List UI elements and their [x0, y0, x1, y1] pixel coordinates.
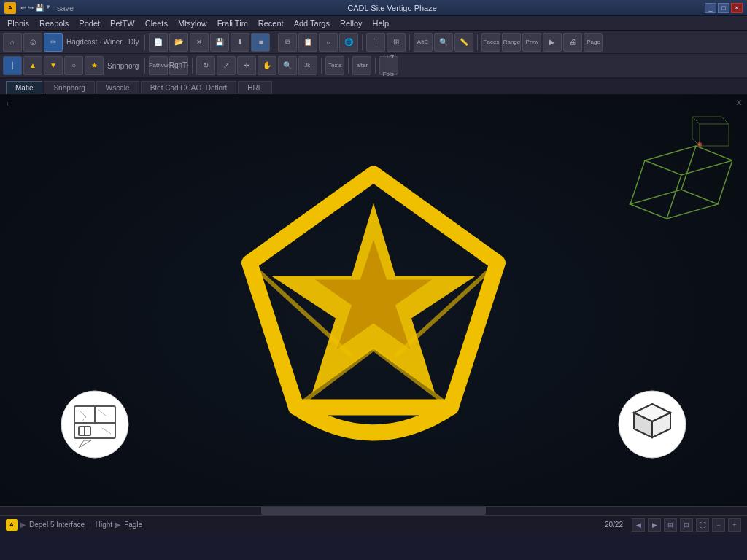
- prev-view-button[interactable]: ◀: [632, 518, 645, 532]
- snap-button[interactable]: ◎: [23, 33, 42, 52]
- solid-button[interactable]: ■: [251, 33, 270, 52]
- breadcrumb-fagle[interactable]: Fagle: [124, 521, 142, 529]
- range-button[interactable]: Range: [502, 33, 521, 52]
- horizontal-scrollbar[interactable]: [0, 506, 747, 515]
- minimize-button[interactable]: _: [705, 3, 716, 13]
- new-button[interactable]: 📄: [149, 33, 168, 52]
- row2-sep1: [144, 58, 145, 74]
- menu-reapols[interactable]: Reapols: [35, 18, 73, 29]
- save-quick-icon[interactable]: 💾: [35, 4, 44, 12]
- svg-point-13: [61, 391, 128, 458]
- paste-button[interactable]: 📋: [298, 33, 317, 52]
- right-circle-icon[interactable]: [616, 388, 689, 461]
- dropdown-arrow-icon[interactable]: ▼: [45, 4, 51, 12]
- move-button[interactable]: ✛: [237, 56, 256, 75]
- menu-podet[interactable]: Podet: [74, 18, 104, 29]
- window-controls: _ □ ✕: [705, 3, 743, 13]
- zoom-button[interactable]: 🔍: [434, 33, 453, 52]
- tab-matie[interactable]: Matie: [6, 81, 42, 94]
- pan-button[interactable]: ✋: [258, 56, 276, 75]
- rotate-button[interactable]: ↻: [196, 56, 215, 75]
- viewport-close-icon[interactable]: ✕: [735, 98, 743, 108]
- breadcrumb-model[interactable]: Depel 5 Interface: [29, 521, 85, 529]
- menu-frali-tim[interactable]: Frali Tim: [213, 18, 252, 29]
- folders-button[interactable]: □ cr Fols·: [379, 56, 398, 75]
- redo-quick-icon[interactable]: ↪: [28, 4, 34, 12]
- layout-grid-button[interactable]: ⊞: [664, 518, 677, 532]
- scrollbar-thumb[interactable]: [261, 507, 485, 515]
- separator-1: [144, 34, 145, 50]
- coord-cross: +: [6, 101, 9, 108]
- breadcrumb-arrow2: ▶: [115, 521, 121, 529]
- page-button[interactable]: Page: [584, 33, 603, 52]
- tab-btet-cad[interactable]: Btet Cad CCAO· Detlort: [141, 81, 237, 94]
- row2-sep2: [192, 58, 193, 74]
- close-doc-button[interactable]: ✕: [190, 33, 209, 52]
- maximize-button[interactable]: □: [718, 3, 729, 13]
- fullscreen-button[interactable]: ⛶: [696, 518, 709, 532]
- triangle-dn-button[interactable]: ▼: [44, 56, 63, 75]
- internet-button[interactable]: 🌐: [339, 33, 358, 52]
- menu-mtsylow[interactable]: Mtsylow: [174, 18, 212, 29]
- row2-sep4: [348, 58, 349, 74]
- toolbar-right-group: Faces Range Prvw ▶ 🖨 Page: [481, 33, 603, 52]
- open-button[interactable]: 📂: [169, 33, 188, 52]
- menu-plonis[interactable]: Plonis: [3, 18, 34, 29]
- jk-button[interactable]: Jk·: [298, 56, 317, 75]
- menu-relloy[interactable]: Relloy: [336, 18, 367, 29]
- status-bar: A ▶ Depel 5 Interface | Hight ▶ Fagle 20…: [0, 515, 747, 534]
- alter-button[interactable]: alter: [352, 56, 371, 75]
- center-logo: [220, 152, 527, 458]
- save-button[interactable]: 💾: [210, 33, 229, 52]
- render-button[interactable]: ▶: [543, 33, 562, 52]
- breadcrumb-hight[interactable]: Hight: [96, 521, 112, 529]
- tab-hre[interactable]: HRE: [238, 81, 272, 94]
- star-button[interactable]: ★: [85, 56, 104, 75]
- status-icons: ◀ ▶ ⊞ ⊡ ⛶ − +: [632, 518, 741, 532]
- menu-pettw[interactable]: PetTW: [106, 18, 139, 29]
- paste-special-button[interactable]: ⬦: [319, 33, 338, 52]
- draw-line-button[interactable]: |: [3, 56, 22, 75]
- menu-add-targs[interactable]: Add Targs: [290, 18, 334, 29]
- menu-help[interactable]: Help: [368, 18, 394, 29]
- toolbar-group-main: ⌂ ◎ ✏ Hagdcast · Winer · Dly: [3, 33, 141, 52]
- menu-recent[interactable]: Recent: [254, 18, 288, 29]
- saveas-button[interactable]: ⬇: [231, 33, 249, 52]
- faces-button[interactable]: Faces: [481, 33, 500, 52]
- tab-wscale[interactable]: Wscale: [96, 81, 139, 94]
- toolbar-label-2: Snhphorg: [105, 62, 141, 70]
- svg-line-9: [721, 117, 729, 124]
- next-view-button[interactable]: ▶: [648, 518, 661, 532]
- print-button[interactable]: 🖨: [563, 33, 582, 52]
- quick-access-bar: ↩ ↪ 💾 ▼ save: [20, 4, 74, 12]
- path-button[interactable]: Pathvw: [149, 56, 168, 75]
- preview-button[interactable]: Prvw: [522, 33, 541, 52]
- zoom-out-button[interactable]: −: [712, 518, 725, 532]
- draw-mode-button[interactable]: ✏: [44, 33, 63, 52]
- toolbar-edit-group: ⧉ 📋 ⬦ 🌐: [278, 33, 358, 52]
- measure-button[interactable]: 📏: [454, 33, 473, 52]
- layout-view-button[interactable]: ⊡: [680, 518, 693, 532]
- menu-cleets[interactable]: Cleets: [141, 18, 172, 29]
- undo-quick-icon[interactable]: ↩: [20, 4, 26, 12]
- close-button[interactable]: ✕: [731, 3, 743, 13]
- separator-2: [274, 34, 274, 50]
- left-circle-icon[interactable]: [58, 388, 131, 461]
- texts-button[interactable]: Texts: [325, 56, 344, 75]
- zoom2-button[interactable]: 🔍: [278, 56, 297, 75]
- row2-sep3: [321, 58, 322, 74]
- model-icon: A: [6, 519, 18, 531]
- title-number: save: [57, 4, 74, 12]
- copy-button[interactable]: ⧉: [278, 33, 297, 52]
- svg-line-3: [681, 146, 696, 190]
- scale2-button[interactable]: ⤢: [217, 56, 236, 75]
- rect-button[interactable]: RgnT·: [169, 56, 188, 75]
- tab-snhphorg[interactable]: Snhphorg: [44, 81, 94, 94]
- circle-button[interactable]: ○: [64, 56, 83, 75]
- triangle-up-button[interactable]: ▲: [23, 56, 42, 75]
- viewport[interactable]: + ✕: [0, 95, 747, 534]
- home-button[interactable]: ⌂: [3, 33, 22, 52]
- title-bar: A ↩ ↪ 💾 ▼ save CADL Site Vertigo Phaze _…: [0, 0, 747, 16]
- zoom-in-button[interactable]: +: [728, 518, 741, 532]
- altc-button[interactable]: AltC·: [414, 33, 433, 52]
